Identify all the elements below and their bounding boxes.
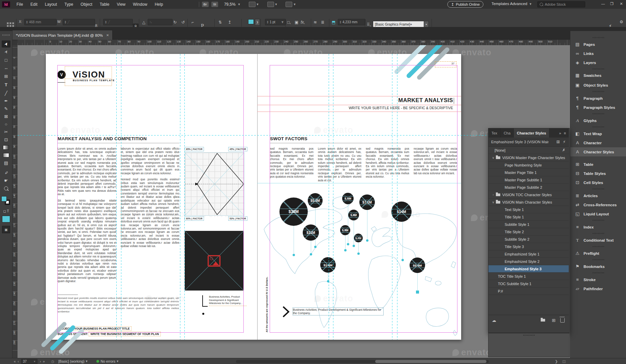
dock-articles[interactable]: ≣Articles	[570, 191, 626, 200]
type-tool[interactable]: T	[2, 81, 10, 88]
segment-line[interactable]: BUSINESS SEGMENT: WRITE THE BUSINESS SEG…	[58, 332, 161, 336]
wrap-bounding-icon[interactable]: ≣	[321, 20, 324, 25]
tab-character[interactable]: Cha	[501, 128, 514, 138]
stack-order-up-icon[interactable]: ⇅	[218, 20, 222, 25]
style-folder-toc[interactable]: › ViSION TOC Character Styles	[488, 191, 569, 199]
screen-mode-button[interactable]: ▣	[2, 226, 10, 233]
body-text-column-2[interactable]: laborum is experciatur aut officii sitat…	[121, 147, 179, 289]
zoom-dropdown-icon[interactable]: ▼	[238, 3, 241, 6]
fill-swatch-dropdown-icon[interactable]: ❯	[255, 19, 260, 26]
map-bubble[interactable]: $.6M	[348, 210, 359, 220]
gear-icon[interactable]: ⚙	[620, 20, 623, 24]
first-page-icon[interactable]: «	[13, 360, 17, 363]
dock-cell-styles[interactable]: ⊡Cell Styles	[570, 178, 626, 187]
panel-menu-icon[interactable]: ≡	[564, 131, 566, 135]
line-tool[interactable]: ╱	[2, 90, 10, 97]
eyedropper-tool[interactable]: ✑	[2, 169, 10, 176]
style-row[interactable]: Title Style 3	[488, 243, 569, 250]
content-collector-tool[interactable]: ⊞	[2, 73, 10, 80]
new-style-icon[interactable]: ⊞	[552, 318, 556, 323]
width-field[interactable]: ▲▼╱	[63, 19, 95, 25]
dock-index[interactable]: ≡Index	[570, 222, 626, 232]
last-page-icon[interactable]: »	[42, 360, 46, 363]
workspace-switcher[interactable]: Templates Advanced ▼	[491, 2, 535, 6]
dock-preflight[interactable]: ⚠Preflight	[570, 249, 626, 258]
publish-online-button[interactable]: ↥ Publish Online	[447, 1, 483, 8]
style-row[interactable]: Title Style 1	[488, 213, 569, 221]
view-options-dropdown-icon[interactable]	[249, 2, 256, 7]
error-status-label[interactable]: No errors	[101, 359, 116, 363]
body-text-column-1[interactable]: Lorem ipsum dolor sit amet, ex omnis aud…	[58, 147, 116, 289]
dock-object-styles[interactable]: ▣Object Styles	[570, 81, 626, 90]
style-row[interactable]: P.#	[488, 287, 569, 295]
restore-button[interactable]: ❐	[608, 1, 616, 7]
dock-conditional-text[interactable]: TConditional Text	[570, 236, 626, 245]
tab-character-styles[interactable]: Character Styles	[514, 128, 549, 138]
style-override-icon[interactable]: ⚡	[563, 140, 566, 144]
menu-window[interactable]: Window	[129, 2, 151, 7]
style-row[interactable]: Subtitle Style 1	[488, 221, 569, 228]
cloud-sync-icon[interactable]: ☁	[488, 318, 496, 323]
swot-column-2[interactable]: Lorem ipsum dolor sit amet, ex omnis aud…	[318, 147, 361, 182]
horizontal-ruler[interactable]: 0102030405060708090100110120130140150160…	[18, 40, 570, 46]
dock-liquid-layout[interactable]: ◱Liquid Layout	[570, 209, 626, 218]
menu-view[interactable]: View	[113, 2, 129, 7]
page-number-field[interactable]: 37▼	[21, 359, 37, 364]
style-row[interactable]: Master Page Subtitle 1	[488, 176, 569, 184]
scale-x-field[interactable]: ▲▼╱	[103, 19, 133, 25]
formatting-affects-container[interactable]: ◻ T	[2, 208, 10, 215]
vertical-ruler[interactable]: 0102030405060708090100110120130140150160…	[12, 45, 18, 358]
preflight-menu-icon[interactable]: ◷	[51, 359, 54, 363]
caret-down-icon[interactable]: ∨	[491, 201, 495, 204]
style-folder-main[interactable]: ∨ ViSION Main Character Styles	[488, 199, 569, 206]
map-bubble[interactable]: $.2M	[354, 234, 363, 242]
style-row[interactable]: Page Numbering Style	[488, 161, 569, 169]
fill-stroke-indicator[interactable]	[1, 196, 11, 206]
fx-icon[interactable]: fx,	[301, 20, 305, 25]
rotate-ccw-icon[interactable]: ↺	[181, 20, 185, 25]
menu-object[interactable]: Object	[77, 2, 96, 7]
map-bubble[interactable]: $5.3M	[410, 257, 425, 273]
map-bubble[interactable]: $.8M	[340, 225, 350, 235]
corner-size-field[interactable]: ▲▼4,233 mm	[338, 19, 365, 25]
rotate-cw-icon[interactable]: ↻	[173, 20, 177, 25]
pen-tool[interactable]: ✒	[2, 97, 10, 104]
map-bubble[interactable]: $7.1M	[359, 194, 375, 210]
selection-tool[interactable]: ➤	[2, 40, 10, 48]
minimize-button[interactable]: —	[599, 1, 607, 7]
ellipse-frame-tool[interactable]: ○	[2, 121, 10, 128]
toolbar-grip[interactable]	[2, 34, 10, 36]
x-position-field[interactable]: ▲▼468 mm	[24, 19, 57, 25]
profile-dropdown-icon[interactable]: ▼	[85, 360, 88, 363]
swot-column-3[interactable]: sed magnis nonseratia pos quatatus. Bern…	[366, 147, 409, 182]
new-group-folder-icon[interactable]	[541, 319, 545, 322]
dock-table[interactable]: ⊞Table	[570, 160, 626, 169]
dock-paragraph-styles[interactable]: ¶Paragraph Styles	[570, 103, 626, 112]
rectangle-frame-tool[interactable]: ⊠	[2, 113, 10, 120]
direct-selection-tool[interactable]: ➤	[2, 48, 10, 55]
pasteboard[interactable]: envato envato envato envato envato envat…	[18, 45, 570, 358]
screen-mode-dropdown-icon[interactable]	[267, 2, 274, 7]
prev-page-icon[interactable]: ‹	[17, 360, 20, 363]
swot-column-4[interactable]: recaepe lignam as corum escia soloreiur.…	[414, 147, 457, 182]
rotation-angle-field[interactable]: ∿	[148, 19, 173, 25]
note-tool[interactable]: ▤	[2, 159, 10, 166]
dock-pages[interactable]: ▤Pages	[570, 40, 626, 49]
gradient-swatch-tool[interactable]	[2, 144, 10, 151]
wrap-none-icon[interactable]: ≋	[314, 20, 317, 25]
map-bubble[interactable]: $14M	[391, 202, 412, 222]
logo-selection-frame[interactable]	[65, 66, 112, 86]
indesign-logo-icon[interactable]: Id	[2, 1, 10, 7]
swot-column-1[interactable]: sed magnis nonseratia pos quatatus. Bern…	[270, 147, 314, 182]
right-footer-caption[interactable]: Business Activities; Product Development…	[293, 307, 384, 315]
style-row[interactable]: Master Page Subtitle 2	[488, 184, 569, 191]
dock-bookmarks[interactable]: ⚑Bookmarks	[570, 262, 626, 271]
preflight-profile[interactable]: [Basic] (working)	[58, 359, 85, 363]
object-style-dropdown[interactable]: [Basic Graphics Frame]+	[373, 21, 427, 28]
scrollbar-thumb[interactable]	[375, 360, 486, 363]
spread-view-icon[interactable]: ◫	[562, 359, 566, 363]
errors-dropdown-icon[interactable]: ▼	[116, 360, 119, 363]
style-row[interactable]: TOC Subtitle Style 1	[488, 280, 569, 287]
style-row[interactable]: TOC Title Style 1	[488, 273, 569, 280]
map-bubble[interactable]: $5.3M	[308, 193, 323, 208]
